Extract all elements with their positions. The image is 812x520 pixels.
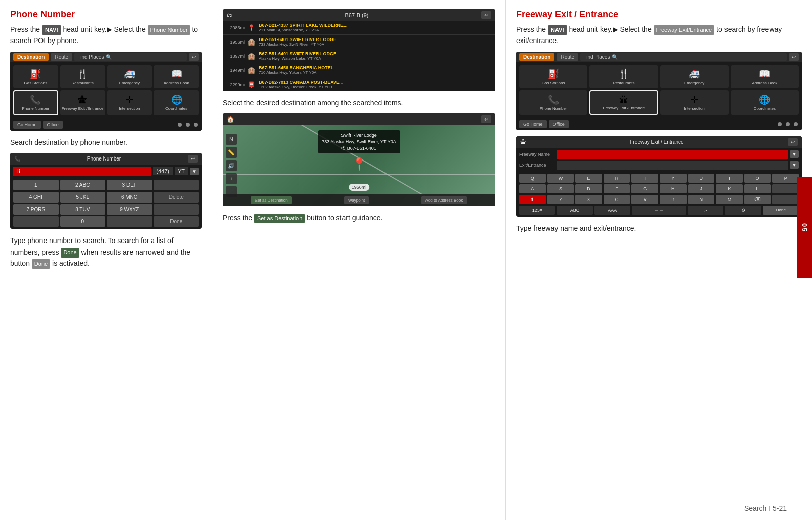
add-address-btn[interactable]: Add to Address Book	[421, 196, 467, 204]
tab-route-1[interactable]: Route	[51, 53, 72, 61]
results-back-btn[interactable]: ↩	[481, 11, 491, 19]
result-addr-5: 1202 Alaska Hwy, Beaver Creek, YT Y0B	[259, 85, 492, 89]
icon-freeway-exit-1[interactable]: 🛣 Freeway Exit /Entrance	[60, 90, 105, 115]
numpad: 1 2 ABC 3 DEF 4 GHI 5 JKL 6 MNO Delete 7…	[10, 178, 202, 229]
key-m[interactable]: M	[716, 195, 743, 204]
key-8[interactable]: 8 TUV	[60, 204, 106, 215]
key-1[interactable]: 1	[13, 180, 59, 190]
icon-phone-number-2[interactable]: 📞 Phone Number	[519, 90, 587, 115]
icon-coordinates-2[interactable]: 🌐 Coordinates	[731, 90, 799, 115]
result-item-3[interactable]: 1897mi 🏨 B67-B51-6401 SWIFT RIVER LODGE …	[223, 49, 495, 63]
region-dropdown[interactable]: ▼	[190, 168, 199, 175]
set-destination-btn[interactable]: Set as Destination	[251, 196, 292, 204]
go-home-btn-1[interactable]: Go Home	[13, 121, 41, 129]
key-3[interactable]: 3 DEF	[107, 180, 152, 190]
key-e[interactable]: E	[575, 174, 602, 183]
key-c[interactable]: C	[604, 195, 630, 204]
result-item-5[interactable]: 2299mi 📮 B67-B62-7013 CANADA POST-BEAVE.…	[223, 77, 495, 91]
result-item-4[interactable]: 1949mi 🏨 B67-B51-6456 RANCHERIA HOTEL 71…	[223, 63, 495, 77]
icon-gas-stations-1[interactable]: ⛽ Gas Stations	[13, 65, 58, 89]
set-dest-badge[interactable]: Set as Destination	[254, 214, 305, 224]
map-back-btn[interactable]: ↩	[481, 115, 491, 123]
key-w[interactable]: W	[547, 174, 574, 183]
icon-gas-stations-2[interactable]: ⛽ Gas Stations	[519, 65, 587, 89]
find-places-bar-2[interactable]: Find Places 🔍	[580, 53, 787, 61]
key-u[interactable]: U	[688, 174, 715, 183]
key-shift[interactable]: ⬆	[519, 195, 546, 204]
exit-entrance-input[interactable]	[557, 161, 788, 170]
done-badge-1[interactable]: Done	[61, 248, 79, 258]
key-2[interactable]: 2 ABC	[60, 180, 106, 190]
phone-input-b[interactable]: B	[13, 167, 151, 176]
go-home-btn-2[interactable]: Go Home	[519, 120, 547, 128]
key-done[interactable]: Done	[154, 216, 199, 227]
key-punctuation[interactable]: .-	[688, 206, 723, 215]
key-k[interactable]: K	[716, 184, 743, 193]
tab-destination-2[interactable]: Destination	[519, 53, 554, 61]
key-v[interactable]: V	[631, 195, 658, 204]
back-btn-1[interactable]: ↩	[189, 53, 199, 61]
icon-address-book-2[interactable]: 📖 Address Book	[731, 65, 799, 89]
key-d[interactable]: D	[575, 184, 602, 193]
key-123[interactable]: 123#	[519, 206, 555, 215]
key-settings[interactable]: ⚙	[725, 206, 761, 215]
office-btn-2[interactable]: Office	[549, 120, 569, 128]
key-5[interactable]: 5 JKL	[60, 192, 106, 203]
icon-emergency-2[interactable]: 🚑 Emergency	[660, 65, 729, 89]
key-9[interactable]: 9 WXYZ	[107, 204, 152, 215]
key-aaa[interactable]: AAA	[594, 206, 630, 215]
tab-route-2[interactable]: Route	[557, 53, 578, 61]
key-p[interactable]: P	[772, 174, 799, 183]
phone-back-btn[interactable]: ↩	[188, 155, 198, 163]
map-sound-btn[interactable]: 🔊	[226, 160, 237, 171]
tab-destination-1[interactable]: Destination	[13, 53, 49, 61]
key-abc[interactable]: ABC	[557, 206, 592, 215]
key-space[interactable]: ←→	[632, 206, 686, 215]
key-r[interactable]: R	[604, 174, 630, 183]
icon-coordinates-1[interactable]: 🌐 Coordinates	[154, 90, 199, 115]
freeway-back-btn[interactable]: ↩	[788, 138, 798, 146]
key-x[interactable]: X	[575, 195, 602, 204]
find-places-bar-1[interactable]: Find Places 🔍	[74, 53, 187, 61]
key-n[interactable]: N	[688, 195, 715, 204]
key-delete[interactable]: Delete	[154, 192, 199, 203]
key-j[interactable]: J	[688, 184, 715, 193]
back-btn-2[interactable]: ↩	[789, 53, 799, 61]
key-y[interactable]: Y	[660, 174, 687, 183]
key-b[interactable]: B	[660, 195, 687, 204]
key-g[interactable]: G	[631, 184, 658, 193]
icon-restaurants-1[interactable]: 🍴 Restaurants	[60, 65, 105, 89]
key-7[interactable]: 7 PQRS	[13, 204, 59, 215]
freeway-name-input[interactable]	[557, 150, 788, 159]
key-h[interactable]: H	[660, 184, 687, 193]
icon-intersection-2[interactable]: ✛ Intersection	[660, 90, 729, 115]
freeway-name-dropdown[interactable]: ▼	[790, 150, 799, 158]
icon-restaurants-2[interactable]: 🍴 Restaurants	[589, 65, 658, 89]
key-0[interactable]: 0	[60, 216, 106, 227]
icon-intersection-1[interactable]: ✛ Intersection	[107, 90, 152, 115]
exit-entrance-dropdown[interactable]: ▼	[790, 161, 799, 169]
key-o[interactable]: O	[744, 174, 771, 183]
key-q[interactable]: Q	[519, 174, 546, 183]
key-a[interactable]: A	[519, 184, 546, 193]
map-zoom-in-btn[interactable]: +	[226, 173, 237, 184]
icon-address-book-1[interactable]: 📖 Address Book	[154, 65, 199, 89]
key-z[interactable]: Z	[547, 195, 574, 204]
map-north-btn[interactable]: N	[226, 134, 237, 145]
icon-freeway-exit-2[interactable]: 🛣 Freeway Exit /Entrance	[589, 90, 658, 115]
result-item-2[interactable]: 1956mi 🏨 B67-B51-6401 SWIFT RIVER LODGE …	[223, 35, 495, 49]
key-f[interactable]: F	[604, 184, 630, 193]
key-i[interactable]: I	[716, 174, 743, 183]
waypoint-btn[interactable]: Waypoint	[344, 196, 369, 204]
key-backspace[interactable]: ⌫	[744, 195, 771, 204]
office-btn-1[interactable]: Office	[43, 121, 63, 129]
result-item-1[interactable]: 2083mi 📍 B67-B21-4337 SPIRIT LAKE WILDER…	[223, 21, 495, 35]
key-l[interactable]: L	[744, 184, 771, 193]
key-t[interactable]: T	[631, 174, 658, 183]
key-done-freeway[interactable]: Done	[763, 206, 799, 215]
icon-emergency-1[interactable]: 🚑 Emergency	[107, 65, 152, 89]
key-s[interactable]: S	[547, 184, 574, 193]
icon-phone-number-1[interactable]: 📞 Phone Number	[13, 90, 58, 115]
key-6[interactable]: 6 MNO	[107, 192, 152, 203]
key-4[interactable]: 4 GHI	[13, 192, 59, 203]
